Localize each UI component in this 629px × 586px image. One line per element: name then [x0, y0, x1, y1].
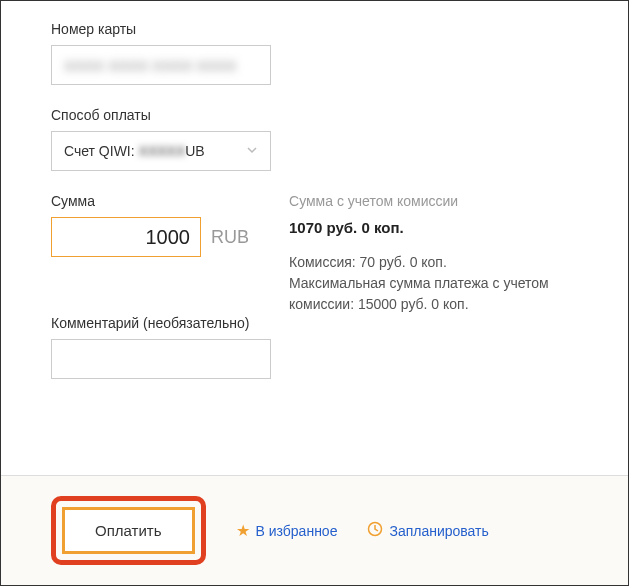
payment-method-label: Способ оплаты: [51, 107, 578, 123]
payment-method-value: Счет QIWI: XXXXXUB: [64, 143, 205, 159]
card-field: Номер карты XXXX XXXX XXXX XXXX: [51, 21, 578, 85]
amount-field: Сумма RUB: [51, 193, 249, 257]
clock-icon: [367, 521, 383, 541]
payment-method-field: Способ оплаты Счет QIWI: XXXXXUB: [51, 107, 578, 171]
pay-button-highlight: Оплатить: [51, 496, 206, 565]
amount-input[interactable]: [51, 217, 201, 257]
card-label: Номер карты: [51, 21, 578, 37]
comment-label: Комментарий (необязательно): [51, 315, 578, 331]
fee-commission: Комиссия: 70 руб. 0 коп.: [289, 252, 578, 273]
schedule-label: Запланировать: [389, 523, 488, 539]
fee-max: Максимальная сумма платежа с учетом коми…: [289, 273, 578, 315]
pay-button[interactable]: Оплатить: [62, 507, 195, 554]
comment-input[interactable]: [51, 339, 271, 379]
favorite-link[interactable]: ★ В избранное: [236, 521, 338, 540]
fee-info: Комиссия: 70 руб. 0 коп. Максимальная су…: [289, 252, 578, 315]
amount-summary: Сумма с учетом комиссии 1070 руб. 0 коп.…: [289, 193, 578, 315]
payment-form: Номер карты XXXX XXXX XXXX XXXX Способ о…: [1, 1, 628, 431]
schedule-link[interactable]: Запланировать: [367, 521, 488, 541]
total-value: 1070 руб. 0 коп.: [289, 219, 578, 236]
favorite-label: В избранное: [256, 523, 338, 539]
chevron-down-icon: [246, 143, 258, 159]
card-input[interactable]: XXXX XXXX XXXX XXXX: [51, 45, 271, 85]
total-label: Сумма с учетом комиссии: [289, 193, 578, 209]
card-masked-value: XXXX XXXX XXXX XXXX: [64, 57, 237, 74]
amount-label: Сумма: [51, 193, 249, 209]
currency-label: RUB: [211, 227, 249, 248]
footer-actions: Оплатить ★ В избранное Запланировать: [1, 475, 628, 585]
comment-field: Комментарий (необязательно): [51, 315, 578, 379]
star-icon: ★: [236, 521, 250, 540]
payment-method-select[interactable]: Счет QIWI: XXXXXUB: [51, 131, 271, 171]
amount-row: Сумма RUB Сумма с учетом комиссии 1070 р…: [51, 193, 578, 315]
